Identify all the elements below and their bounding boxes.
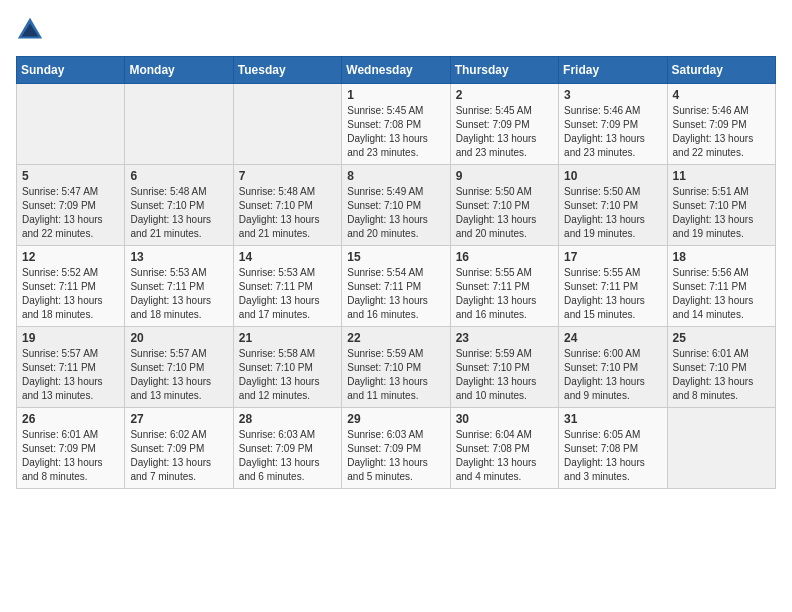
day-number: 24	[564, 331, 661, 345]
day-number: 19	[22, 331, 119, 345]
day-number: 7	[239, 169, 336, 183]
day-number: 29	[347, 412, 444, 426]
day-number: 11	[673, 169, 770, 183]
calendar-week-2: 5Sunrise: 5:47 AM Sunset: 7:09 PM Daylig…	[17, 165, 776, 246]
day-number: 5	[22, 169, 119, 183]
calendar-cell: 24Sunrise: 6:00 AM Sunset: 7:10 PM Dayli…	[559, 327, 667, 408]
calendar-cell: 29Sunrise: 6:03 AM Sunset: 7:09 PM Dayli…	[342, 408, 450, 489]
logo-icon	[16, 16, 44, 44]
calendar-cell: 22Sunrise: 5:59 AM Sunset: 7:10 PM Dayli…	[342, 327, 450, 408]
day-number: 28	[239, 412, 336, 426]
page-header	[16, 16, 776, 44]
day-number: 15	[347, 250, 444, 264]
logo	[16, 16, 48, 44]
calendar-cell: 27Sunrise: 6:02 AM Sunset: 7:09 PM Dayli…	[125, 408, 233, 489]
calendar-cell: 26Sunrise: 6:01 AM Sunset: 7:09 PM Dayli…	[17, 408, 125, 489]
cell-content: Sunrise: 6:04 AM Sunset: 7:08 PM Dayligh…	[456, 428, 553, 484]
cell-content: Sunrise: 5:45 AM Sunset: 7:08 PM Dayligh…	[347, 104, 444, 160]
day-number: 1	[347, 88, 444, 102]
weekday-header-row: SundayMondayTuesdayWednesdayThursdayFrid…	[17, 57, 776, 84]
cell-content: Sunrise: 5:48 AM Sunset: 7:10 PM Dayligh…	[130, 185, 227, 241]
cell-content: Sunrise: 5:59 AM Sunset: 7:10 PM Dayligh…	[456, 347, 553, 403]
cell-content: Sunrise: 5:51 AM Sunset: 7:10 PM Dayligh…	[673, 185, 770, 241]
calendar-cell: 10Sunrise: 5:50 AM Sunset: 7:10 PM Dayli…	[559, 165, 667, 246]
calendar-cell: 4Sunrise: 5:46 AM Sunset: 7:09 PM Daylig…	[667, 84, 775, 165]
day-number: 16	[456, 250, 553, 264]
cell-content: Sunrise: 6:02 AM Sunset: 7:09 PM Dayligh…	[130, 428, 227, 484]
calendar-cell: 19Sunrise: 5:57 AM Sunset: 7:11 PM Dayli…	[17, 327, 125, 408]
cell-content: Sunrise: 5:55 AM Sunset: 7:11 PM Dayligh…	[456, 266, 553, 322]
calendar-cell: 15Sunrise: 5:54 AM Sunset: 7:11 PM Dayli…	[342, 246, 450, 327]
cell-content: Sunrise: 5:53 AM Sunset: 7:11 PM Dayligh…	[239, 266, 336, 322]
day-number: 25	[673, 331, 770, 345]
cell-content: Sunrise: 5:56 AM Sunset: 7:11 PM Dayligh…	[673, 266, 770, 322]
calendar-week-4: 19Sunrise: 5:57 AM Sunset: 7:11 PM Dayli…	[17, 327, 776, 408]
cell-content: Sunrise: 5:58 AM Sunset: 7:10 PM Dayligh…	[239, 347, 336, 403]
calendar-table: SundayMondayTuesdayWednesdayThursdayFrid…	[16, 56, 776, 489]
day-number: 14	[239, 250, 336, 264]
calendar-cell: 31Sunrise: 6:05 AM Sunset: 7:08 PM Dayli…	[559, 408, 667, 489]
calendar-cell: 6Sunrise: 5:48 AM Sunset: 7:10 PM Daylig…	[125, 165, 233, 246]
cell-content: Sunrise: 5:47 AM Sunset: 7:09 PM Dayligh…	[22, 185, 119, 241]
cell-content: Sunrise: 6:03 AM Sunset: 7:09 PM Dayligh…	[347, 428, 444, 484]
day-number: 12	[22, 250, 119, 264]
day-number: 27	[130, 412, 227, 426]
calendar-cell: 23Sunrise: 5:59 AM Sunset: 7:10 PM Dayli…	[450, 327, 558, 408]
day-number: 26	[22, 412, 119, 426]
weekday-header-tuesday: Tuesday	[233, 57, 341, 84]
calendar-cell: 13Sunrise: 5:53 AM Sunset: 7:11 PM Dayli…	[125, 246, 233, 327]
calendar-cell	[233, 84, 341, 165]
day-number: 4	[673, 88, 770, 102]
calendar-cell: 21Sunrise: 5:58 AM Sunset: 7:10 PM Dayli…	[233, 327, 341, 408]
cell-content: Sunrise: 6:00 AM Sunset: 7:10 PM Dayligh…	[564, 347, 661, 403]
calendar-cell	[17, 84, 125, 165]
cell-content: Sunrise: 5:52 AM Sunset: 7:11 PM Dayligh…	[22, 266, 119, 322]
calendar-cell: 17Sunrise: 5:55 AM Sunset: 7:11 PM Dayli…	[559, 246, 667, 327]
calendar-cell: 2Sunrise: 5:45 AM Sunset: 7:09 PM Daylig…	[450, 84, 558, 165]
weekday-header-friday: Friday	[559, 57, 667, 84]
cell-content: Sunrise: 5:50 AM Sunset: 7:10 PM Dayligh…	[564, 185, 661, 241]
cell-content: Sunrise: 5:45 AM Sunset: 7:09 PM Dayligh…	[456, 104, 553, 160]
calendar-cell: 30Sunrise: 6:04 AM Sunset: 7:08 PM Dayli…	[450, 408, 558, 489]
calendar-cell	[667, 408, 775, 489]
weekday-header-monday: Monday	[125, 57, 233, 84]
calendar-cell: 25Sunrise: 6:01 AM Sunset: 7:10 PM Dayli…	[667, 327, 775, 408]
cell-content: Sunrise: 5:57 AM Sunset: 7:11 PM Dayligh…	[22, 347, 119, 403]
cell-content: Sunrise: 5:57 AM Sunset: 7:10 PM Dayligh…	[130, 347, 227, 403]
weekday-header-wednesday: Wednesday	[342, 57, 450, 84]
cell-content: Sunrise: 5:50 AM Sunset: 7:10 PM Dayligh…	[456, 185, 553, 241]
calendar-cell: 12Sunrise: 5:52 AM Sunset: 7:11 PM Dayli…	[17, 246, 125, 327]
cell-content: Sunrise: 5:46 AM Sunset: 7:09 PM Dayligh…	[564, 104, 661, 160]
weekday-header-thursday: Thursday	[450, 57, 558, 84]
calendar-cell: 8Sunrise: 5:49 AM Sunset: 7:10 PM Daylig…	[342, 165, 450, 246]
day-number: 21	[239, 331, 336, 345]
day-number: 18	[673, 250, 770, 264]
day-number: 9	[456, 169, 553, 183]
cell-content: Sunrise: 6:03 AM Sunset: 7:09 PM Dayligh…	[239, 428, 336, 484]
day-number: 6	[130, 169, 227, 183]
calendar-week-3: 12Sunrise: 5:52 AM Sunset: 7:11 PM Dayli…	[17, 246, 776, 327]
day-number: 30	[456, 412, 553, 426]
cell-content: Sunrise: 5:48 AM Sunset: 7:10 PM Dayligh…	[239, 185, 336, 241]
calendar-week-5: 26Sunrise: 6:01 AM Sunset: 7:09 PM Dayli…	[17, 408, 776, 489]
calendar-cell	[125, 84, 233, 165]
weekday-header-saturday: Saturday	[667, 57, 775, 84]
day-number: 31	[564, 412, 661, 426]
calendar-cell: 7Sunrise: 5:48 AM Sunset: 7:10 PM Daylig…	[233, 165, 341, 246]
calendar-cell: 1Sunrise: 5:45 AM Sunset: 7:08 PM Daylig…	[342, 84, 450, 165]
calendar-cell: 9Sunrise: 5:50 AM Sunset: 7:10 PM Daylig…	[450, 165, 558, 246]
day-number: 8	[347, 169, 444, 183]
calendar-cell: 11Sunrise: 5:51 AM Sunset: 7:10 PM Dayli…	[667, 165, 775, 246]
calendar-cell: 5Sunrise: 5:47 AM Sunset: 7:09 PM Daylig…	[17, 165, 125, 246]
day-number: 13	[130, 250, 227, 264]
day-number: 3	[564, 88, 661, 102]
cell-content: Sunrise: 5:46 AM Sunset: 7:09 PM Dayligh…	[673, 104, 770, 160]
cell-content: Sunrise: 5:49 AM Sunset: 7:10 PM Dayligh…	[347, 185, 444, 241]
cell-content: Sunrise: 5:53 AM Sunset: 7:11 PM Dayligh…	[130, 266, 227, 322]
day-number: 22	[347, 331, 444, 345]
day-number: 17	[564, 250, 661, 264]
cell-content: Sunrise: 5:55 AM Sunset: 7:11 PM Dayligh…	[564, 266, 661, 322]
day-number: 10	[564, 169, 661, 183]
day-number: 20	[130, 331, 227, 345]
weekday-header-sunday: Sunday	[17, 57, 125, 84]
